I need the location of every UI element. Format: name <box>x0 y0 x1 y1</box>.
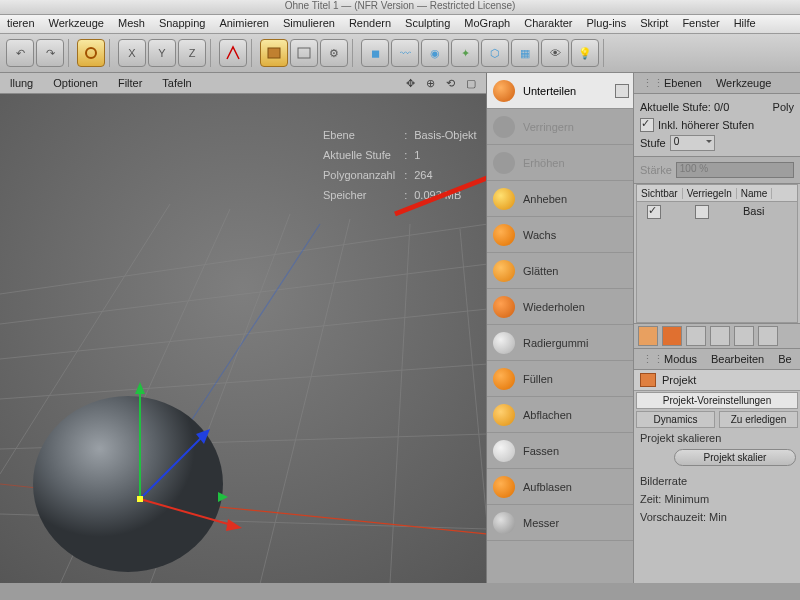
render-queue-button[interactable]: ⚙ <box>320 39 348 67</box>
svg-point-19 <box>33 396 223 572</box>
svg-rect-27 <box>137 496 143 502</box>
menu-mograph[interactable]: MoGraph <box>457 15 517 31</box>
tab-modus[interactable]: Modus <box>664 353 697 365</box>
brush-icon <box>493 512 515 534</box>
projekt-skalieren-button[interactable]: Projekt skalier <box>674 449 796 466</box>
subbar-item[interactable]: Optionen <box>43 75 108 91</box>
layer-table-header: SichtbarVerriegelnName <box>636 184 798 202</box>
menu-fenster[interactable]: Fenster <box>675 15 726 31</box>
axis-x-button[interactable]: X <box>118 39 146 67</box>
brush-icon <box>493 368 515 390</box>
redo-button[interactable]: ↷ <box>36 39 64 67</box>
inkl-checkbox[interactable] <box>640 118 654 132</box>
add-layer-icon[interactable] <box>638 326 658 346</box>
sculpt-anheben[interactable]: Anheben <box>487 181 633 217</box>
cube-primitive-button[interactable]: ◼ <box>361 39 389 67</box>
subbar-item[interactable]: Filter <box>108 75 152 91</box>
menu-sculpting[interactable]: Sculpting <box>398 15 457 31</box>
render-settings-button[interactable] <box>290 39 318 67</box>
brush-icon <box>493 224 515 246</box>
menu-plug-ins[interactable]: Plug-ins <box>580 15 634 31</box>
axis-z-button[interactable]: Z <box>178 39 206 67</box>
layer-toolbar <box>634 323 800 349</box>
sculpt-messer[interactable]: Messer <box>487 505 633 541</box>
menu-animieren[interactable]: Animieren <box>212 15 276 31</box>
generator-button[interactable]: ◉ <box>421 39 449 67</box>
window-title: Ohne Titel 1 — (NFR Version — Restricted… <box>0 0 800 15</box>
sculpt-verringern[interactable]: Verringern <box>487 109 633 145</box>
sculpt-erhöhen[interactable]: Erhöhen <box>487 145 633 181</box>
deformer-button[interactable]: ⬡ <box>481 39 509 67</box>
staerke-field[interactable]: 100 % <box>676 162 794 178</box>
viewport-menubar: llung Optionen Filter Tafeln ✥ ⊕ ⟲ ▢ <box>0 73 486 94</box>
viewport-3d[interactable]: Ebene:Basis-Objekt Aktuelle Stufe:1 Poly… <box>0 94 486 583</box>
svg-rect-2 <box>298 48 310 58</box>
menu-snapping[interactable]: Snapping <box>152 15 213 31</box>
undo-button[interactable]: ↶ <box>6 39 34 67</box>
floor-button[interactable]: ▦ <box>511 39 539 67</box>
tool-icon[interactable] <box>734 326 754 346</box>
viewport-nav-icons[interactable]: ✥ ⊕ ⟲ ▢ <box>396 75 486 92</box>
svg-marker-26 <box>218 492 228 502</box>
light-button[interactable]: 💡 <box>571 39 599 67</box>
tool-icon[interactable] <box>758 326 778 346</box>
brush-icon <box>493 152 515 174</box>
tab-werkzeuge[interactable]: Werkzeuge <box>716 77 771 89</box>
add-folder-icon[interactable] <box>662 326 682 346</box>
tool-icon[interactable] <box>710 326 730 346</box>
brush-icon <box>493 440 515 462</box>
svg-point-0 <box>86 48 96 58</box>
sculpt-tool-palette: UnterteilenVerringernErhöhenAnhebenWachs… <box>486 73 633 583</box>
menu-rendern[interactable]: Rendern <box>342 15 398 31</box>
sculpt-glätten[interactable]: Glätten <box>487 253 633 289</box>
brush-icon <box>493 476 515 498</box>
popout-icon[interactable] <box>615 84 629 98</box>
sculpt-wachs[interactable]: Wachs <box>487 217 633 253</box>
side-panel: ⋮⋮ Ebenen Werkzeuge Aktuelle Stufe: 0/0P… <box>633 73 800 583</box>
render-view-button[interactable] <box>260 39 288 67</box>
sculpt-radiergummi[interactable]: Radiergummi <box>487 325 633 361</box>
axis-y-button[interactable]: Y <box>148 39 176 67</box>
tab-bearbeiten[interactable]: Bearbeiten <box>711 353 764 365</box>
svg-line-4 <box>0 264 486 324</box>
sculpt-aufblasen[interactable]: Aufblasen <box>487 469 633 505</box>
main-menubar: tierenWerkzeugeMeshSnappingAnimierenSimu… <box>0 15 800 34</box>
menu-hilfe[interactable]: Hilfe <box>727 15 763 31</box>
sculpt-wiederholen[interactable]: Wiederholen <box>487 289 633 325</box>
projekt-header[interactable]: Projekt <box>634 370 800 391</box>
brush-icon <box>493 188 515 210</box>
menu-werkzeuge[interactable]: Werkzeuge <box>42 15 111 31</box>
brush-icon <box>493 116 515 138</box>
array-button[interactable]: ✦ <box>451 39 479 67</box>
sculpt-fassen[interactable]: Fassen <box>487 433 633 469</box>
todo-button[interactable]: Zu erledigen <box>719 411 798 428</box>
brush-icon <box>493 80 515 102</box>
svg-line-6 <box>0 364 486 399</box>
menu-mesh[interactable]: Mesh <box>111 15 152 31</box>
projekt-icon <box>640 373 656 387</box>
stufe-select[interactable]: 0 <box>670 135 715 151</box>
lock-checkbox[interactable] <box>695 205 709 219</box>
layer-list[interactable]: Basi <box>636 202 798 323</box>
svg-line-13 <box>390 224 410 583</box>
subbar-item[interactable]: Tafeln <box>152 75 201 91</box>
menu-skript[interactable]: Skript <box>633 15 675 31</box>
tab-ebenen[interactable]: Ebenen <box>664 77 702 89</box>
spline-button[interactable]: 〰 <box>391 39 419 67</box>
sculpt-abflachen[interactable]: Abflachen <box>487 397 633 433</box>
projekt-voreinstellungen-button[interactable]: Projekt-Voreinstellungen <box>636 392 798 409</box>
menu-charakter[interactable]: Charakter <box>517 15 579 31</box>
subbar-item[interactable]: llung <box>0 75 43 91</box>
sculpt-füllen[interactable]: Füllen <box>487 361 633 397</box>
brush-icon <box>493 404 515 426</box>
sculpt-unterteilen[interactable]: Unterteilen <box>487 73 633 109</box>
visible-checkbox[interactable] <box>647 205 661 219</box>
coord-button[interactable] <box>219 39 247 67</box>
select-tool[interactable] <box>77 39 105 67</box>
tab-benutzer[interactable]: Be <box>778 353 791 365</box>
dynamics-button[interactable]: Dynamics <box>636 411 715 428</box>
menu-simulieren[interactable]: Simulieren <box>276 15 342 31</box>
delete-layer-icon[interactable] <box>686 326 706 346</box>
camera-button[interactable]: 👁 <box>541 39 569 67</box>
menu-tieren[interactable]: tieren <box>0 15 42 31</box>
